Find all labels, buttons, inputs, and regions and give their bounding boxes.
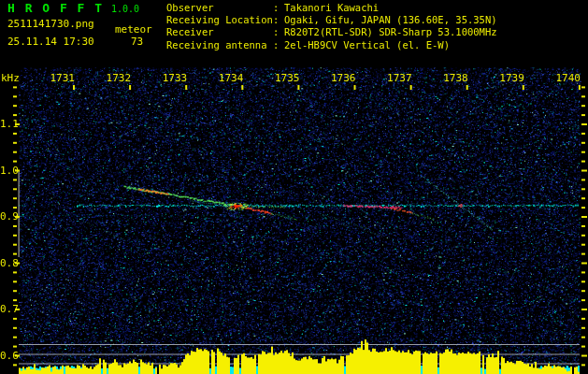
- time-tick-label: 1734: [215, 73, 243, 84]
- info-row: Observer:Takanori Kawachi: [166, 2, 497, 14]
- time-tick-label: 1733: [159, 73, 187, 84]
- info-colon: :: [273, 2, 284, 14]
- info-row: Receiving Location:Ogaki, Gifu, JAPAN (1…: [166, 14, 497, 26]
- mode-label: meteor: [115, 24, 152, 36]
- info-label: Receiving Location: [166, 14, 273, 26]
- freq-tick-label: 1.1: [0, 119, 16, 130]
- time-tick-label: 1737: [384, 73, 412, 84]
- info-label: Observer: [166, 2, 273, 14]
- info-colon: :: [273, 39, 284, 51]
- time-tick-label: 1735: [271, 73, 299, 84]
- y-axis-unit-label: kHz: [1, 73, 20, 84]
- info-label: Receiving antenna: [166, 39, 273, 51]
- info-row: Receiver:R820T2(RTL-SDR) SDR-Sharp 53.10…: [166, 26, 497, 38]
- time-tick-label: 1739: [496, 73, 524, 84]
- freq-tick-label: 0.9: [0, 211, 16, 223]
- app-version: 1.0.0: [111, 4, 139, 14]
- time-tick-label: 1732: [103, 73, 131, 84]
- info-value: Takanori Kawachi: [284, 2, 379, 14]
- freq-tick-label: 0.8: [0, 258, 16, 269]
- time-tick-label: 1731: [47, 73, 75, 84]
- output-filename: 2511141730.png: [7, 19, 94, 30]
- freq-tick-label: 0.7: [0, 304, 16, 315]
- spectrogram-canvas: [0, 0, 588, 374]
- time-tick-label: 1738: [440, 73, 468, 84]
- receiver-info-block: Observer:Takanori KawachiReceiving Locat…: [166, 2, 497, 51]
- info-value: Ogaki, Gifu, JAPAN (136.60E, 35.35N): [284, 14, 497, 26]
- info-row: Receiving antenna:2el-HB9CV Vertical (el…: [166, 39, 497, 51]
- time-tick-label: 1740: [552, 73, 581, 84]
- time-tick-label: 1736: [328, 73, 356, 84]
- freq-tick-label: 1.0: [0, 165, 16, 177]
- info-label: Receiver: [166, 26, 273, 38]
- info-colon: :: [273, 14, 284, 26]
- info-value: R820T2(RTL-SDR) SDR-Sharp 53.1000MHz: [284, 26, 497, 38]
- app-title: H R O F F T: [7, 2, 104, 14]
- hrofft-output-screen: H R O F F T 1.0.0 2511141730.png meteor …: [0, 0, 588, 374]
- freq-tick-label: 0.6: [0, 351, 16, 362]
- datetime-label: 25.11.14 17:30: [7, 36, 94, 48]
- info-value: 2el-HB9CV Vertical (el. E-W): [284, 39, 450, 51]
- echo-count: 73: [131, 36, 143, 48]
- info-colon: :: [273, 26, 284, 38]
